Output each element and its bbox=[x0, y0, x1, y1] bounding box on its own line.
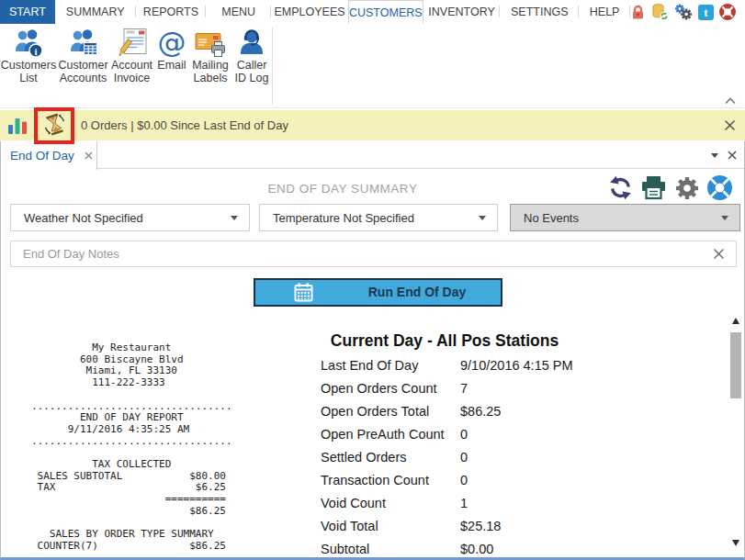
print-icon[interactable] bbox=[639, 175, 668, 204]
end-of-day-notes-input[interactable] bbox=[23, 247, 713, 261]
current-day-table: Last End Of Day9/10/2016 4:15 PM Open Or… bbox=[321, 354, 624, 560]
lock-icon[interactable] bbox=[630, 4, 646, 20]
refresh-icon[interactable] bbox=[608, 175, 633, 203]
tab-list-dropdown-icon[interactable] bbox=[711, 153, 718, 158]
svg-text:i: i bbox=[34, 45, 37, 56]
ribbon-group-separator bbox=[272, 28, 273, 105]
tab-end-of-day[interactable]: End Of Day bbox=[1, 141, 97, 170]
tab-help[interactable]: HELP bbox=[579, 0, 630, 24]
ribbon-tab-bar: START SUMMARY REPORTS MENU EMPLOYEES CUS… bbox=[0, 0, 745, 24]
tab-customers[interactable]: CUSTOMERS bbox=[348, 0, 423, 24]
notification-close-icon[interactable] bbox=[724, 110, 736, 140]
customer-accounts-button[interactable]: Customer Accounts bbox=[57, 24, 109, 88]
table-row: Transaction Count0 bbox=[321, 469, 624, 492]
titlebar-icons: t bbox=[630, 0, 745, 24]
caller-id-log-icon bbox=[236, 26, 267, 60]
table-row: Void Count1 bbox=[321, 492, 624, 515]
customers-list-button[interactable]: i Customers List bbox=[0, 24, 57, 88]
mailing-labels-button[interactable]: Mailing Labels bbox=[189, 24, 231, 88]
table-row: Last End Of Day9/10/2016 4:15 PM bbox=[321, 354, 624, 377]
account-invoice-icon bbox=[117, 26, 148, 60]
document-tab-bar: End Of Day bbox=[1, 141, 744, 169]
chevron-down-icon bbox=[479, 216, 486, 220]
twitter-icon[interactable]: t bbox=[698, 5, 714, 20]
email-icon: @ bbox=[156, 26, 187, 60]
tab-menu[interactable]: MENU bbox=[206, 0, 271, 24]
highlight-box bbox=[34, 107, 74, 144]
ribbon: i Customers List Customer Accounts Accou… bbox=[0, 24, 745, 108]
notification-bar: 0 Orders | $0.00 Since Last End of Day bbox=[0, 110, 745, 140]
tab-employees[interactable]: EMPLOYEES bbox=[271, 0, 348, 24]
events-dropdown[interactable]: No Events bbox=[510, 204, 740, 231]
tab-close-icon[interactable] bbox=[85, 151, 93, 160]
customer-accounts-icon bbox=[67, 26, 100, 60]
table-row: Open Orders Total$86.25 bbox=[321, 400, 624, 423]
table-row: Open PreAuth Count0 bbox=[321, 423, 624, 446]
collapse-ribbon-icon[interactable] bbox=[725, 94, 736, 101]
receipt-preview: My Restaurant 600 Biscayne Blvd Miami, F… bbox=[31, 342, 232, 553]
tab-reports[interactable]: REPORTS bbox=[136, 0, 207, 24]
gears-icon[interactable] bbox=[674, 4, 693, 20]
customers-list-icon: i bbox=[12, 26, 45, 60]
notes-field-wrapper bbox=[10, 241, 737, 267]
scroll-down-icon[interactable] bbox=[732, 540, 739, 546]
notes-clear-icon[interactable] bbox=[713, 248, 725, 260]
email-button[interactable]: @ Email bbox=[154, 24, 189, 88]
scrollbar-thumb[interactable] bbox=[730, 332, 741, 398]
tab-settings[interactable]: SETTINGS bbox=[500, 0, 579, 24]
scrollbar[interactable] bbox=[729, 169, 743, 557]
calendar-icon bbox=[294, 283, 313, 305]
hourglass-icon[interactable] bbox=[42, 112, 67, 140]
caller-id-log-button[interactable]: Caller ID Log bbox=[231, 24, 272, 88]
weather-dropdown[interactable]: Weather Not Specified bbox=[10, 204, 250, 231]
scroll-up-icon[interactable] bbox=[732, 318, 739, 324]
bar-chart-icon bbox=[7, 117, 28, 137]
tab-bar-close-icon[interactable] bbox=[728, 151, 737, 160]
chevron-down-icon bbox=[231, 216, 238, 220]
end-of-day-content: END OF DAY SUMMARY Weather Not Specified… bbox=[1, 169, 744, 557]
chevron-down-icon bbox=[721, 216, 728, 220]
mailing-labels-icon bbox=[195, 26, 226, 60]
tab-start[interactable]: START bbox=[0, 0, 55, 24]
tab-inventory[interactable]: INVENTORY bbox=[423, 0, 501, 24]
help-lifesaver-icon[interactable] bbox=[719, 4, 736, 20]
run-end-of-day-button[interactable]: Run End Of Day bbox=[254, 278, 502, 307]
svg-text:t: t bbox=[704, 6, 708, 19]
main-panel: End Of Day END OF DAY SUMMARY Weather No… bbox=[0, 141, 745, 560]
svg-text:@: @ bbox=[158, 28, 186, 59]
page-title: END OF DAY SUMMARY bbox=[1, 182, 684, 196]
current-day-heading: Current Day - All Pos Stations bbox=[321, 331, 569, 351]
tab-summary[interactable]: SUMMARY bbox=[55, 0, 136, 24]
account-invoice-button[interactable]: Account Invoice bbox=[109, 24, 154, 88]
table-row: Void Total$25.18 bbox=[321, 515, 624, 538]
notification-message: 0 Orders | $0.00 Since Last End of Day bbox=[81, 110, 288, 140]
table-row: Settled Orders0 bbox=[321, 446, 624, 469]
database-sync-icon[interactable] bbox=[651, 4, 669, 20]
temperature-dropdown[interactable]: Temperature Not Specified bbox=[259, 204, 498, 231]
table-row: Subtotal$0.00 bbox=[321, 538, 624, 560]
table-row: Open Orders Count7 bbox=[321, 377, 624, 400]
settings-gear-icon[interactable] bbox=[674, 175, 700, 204]
